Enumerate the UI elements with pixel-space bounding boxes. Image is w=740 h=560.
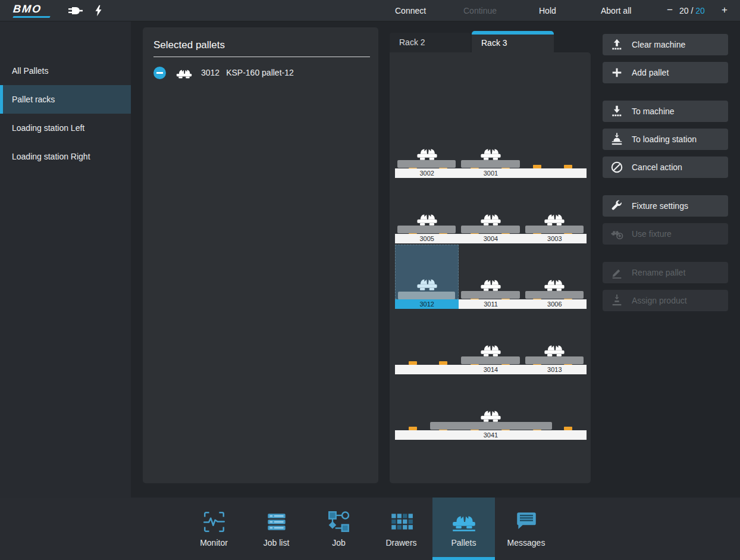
pallet-label: 3003 — [523, 234, 587, 243]
nav-job-list[interactable]: Job list — [245, 498, 308, 560]
rack-slot[interactable] — [395, 114, 459, 168]
continue-button: Continue — [463, 0, 497, 21]
to-loading-station-label: To loading station — [632, 134, 697, 144]
rack-slot[interactable] — [459, 179, 522, 234]
nav-drawers[interactable]: Drawers — [370, 498, 432, 560]
rack-slot[interactable] — [459, 114, 522, 168]
pallet-label: 3041 — [395, 430, 587, 440]
counter-display: 20 / 20 — [679, 0, 705, 21]
rack-slot-wide[interactable] — [395, 376, 587, 430]
pallet — [430, 422, 552, 430]
cancel-icon — [610, 160, 624, 174]
pallet-icon — [542, 342, 567, 356]
rack-slot[interactable] — [395, 310, 459, 365]
pallet — [398, 292, 455, 299]
rack-slot[interactable] — [395, 245, 459, 299]
nav-messages-label: Messages — [507, 538, 545, 548]
pallet-label: 3005 — [395, 234, 459, 243]
sidebar-item-loading-station-left[interactable]: Loading station Left — [0, 114, 131, 142]
selected-pallets-panel: Selected pallets 3012KSP-160 pallet-12 — [143, 27, 378, 483]
pallet — [525, 226, 584, 233]
to-machine-icon — [610, 104, 624, 118]
assign-product-label: Assign product — [632, 296, 687, 305]
pallet-name: KSP-160 pallet-12 — [226, 68, 294, 77]
tab-rack-3[interactable]: Rack 3 — [472, 31, 554, 52]
pallet-label — [523, 168, 587, 178]
sidebar-item-all-pallets[interactable]: All Pallets — [0, 57, 131, 85]
nav-monitor[interactable]: Monitor — [183, 498, 245, 560]
sidebar-item-loading-station-right[interactable]: Loading station Right — [0, 142, 131, 171]
pallet — [525, 356, 584, 364]
tab-rack-2[interactable]: Rack 2 — [390, 33, 471, 52]
rack-slot[interactable] — [523, 114, 587, 168]
fixture-settings-button[interactable]: Fixture settings — [603, 195, 728, 217]
rack-shelf-1: 30023001 — [395, 114, 587, 178]
shelf-board: 301230113006 — [395, 299, 587, 309]
clear-machine-label: Clear machine — [632, 40, 685, 49]
pencil-icon — [610, 265, 624, 280]
fixture-settings-label: Fixture settings — [632, 201, 688, 211]
pallet-icon — [415, 146, 440, 160]
nav-job-list-label: Job list — [264, 538, 290, 548]
nav-monitor-label: Monitor — [200, 538, 228, 548]
increase-button[interactable]: + — [718, 0, 731, 21]
nav-pallets-label: Pallets — [451, 538, 476, 548]
nav-messages[interactable]: Messages — [495, 498, 557, 560]
abort-all-button[interactable]: Abort all — [601, 0, 631, 21]
remove-pallet-button[interactable] — [153, 67, 166, 79]
pallet-label: 3013 — [523, 365, 587, 374]
pallet-label — [395, 365, 459, 374]
add-pallet-button[interactable]: Add pallet — [603, 62, 728, 83]
logo-text: BMO — [12, 3, 55, 15]
rack-slot[interactable] — [523, 179, 587, 234]
rack-shelf-4: 30143013 — [395, 310, 587, 374]
assign-product-button: Assign product — [603, 290, 728, 311]
pallet-icon — [415, 211, 440, 226]
pallet-icon — [415, 276, 440, 290]
pallet — [461, 291, 519, 299]
pallet-id: 3012 — [201, 68, 220, 77]
nav-job-label: Job — [332, 538, 346, 548]
wrench-icon — [610, 199, 624, 213]
clear-machine-icon — [610, 37, 624, 52]
to-machine-button[interactable]: To machine — [603, 101, 728, 122]
pallet-icon — [478, 211, 503, 226]
monitor-icon — [202, 508, 227, 536]
sidebar: All Pallets Pallet racks Loading station… — [0, 21, 131, 498]
pallet-icon — [478, 342, 503, 356]
actions-panel: Clear machine Add pallet To machine To l… — [603, 34, 728, 318]
assign-product-icon — [610, 293, 624, 308]
rack-slot[interactable] — [459, 310, 522, 365]
rack-shelf-2: 300530043003 — [395, 179, 587, 243]
bottom-nav: Monitor Job list Job Drawers Pallets — [183, 498, 557, 560]
rename-pallet-button: Rename pallet — [603, 262, 728, 283]
to-loading-station-button[interactable]: To loading station — [603, 129, 728, 150]
pallet-label: 3011 — [459, 299, 522, 309]
use-fixture-button: Use fixture — [603, 223, 728, 245]
use-fixture-label: Use fixture — [632, 229, 672, 239]
hold-button[interactable]: Hold — [539, 0, 556, 21]
shelf-board: 30023001 — [395, 168, 587, 178]
cancel-action-button[interactable]: Cancel action — [603, 157, 728, 178]
pallet-label: 3002 — [395, 168, 459, 178]
connect-button[interactable]: Connect — [395, 0, 426, 21]
top-bar: BMO Connect Continue Hold Abort all − 20… — [0, 0, 740, 21]
sidebar-item-pallet-racks[interactable]: Pallet racks — [0, 85, 131, 114]
rack-shelf-3: 301230113006 — [395, 245, 587, 309]
nav-job[interactable]: Job — [308, 498, 370, 560]
rack-slot[interactable] — [459, 245, 522, 299]
pallet-icon — [478, 146, 503, 160]
rack-slot[interactable] — [395, 179, 459, 234]
pallet — [397, 226, 456, 233]
clear-machine-button[interactable]: Clear machine — [603, 34, 728, 55]
decrease-button[interactable]: − — [663, 0, 676, 21]
power-status-bolt-icon — [94, 5, 103, 17]
pallet — [461, 356, 519, 364]
selected-pallet-item: 3012KSP-160 pallet-12 — [143, 63, 378, 82]
connection-plug-icon — [68, 5, 83, 17]
nav-pallets[interactable]: Pallets — [432, 498, 495, 560]
rack-shelves: 30023001 300530043003 301230113006 — [395, 52, 587, 483]
pallet-label: 3001 — [459, 168, 522, 178]
rack-slot[interactable] — [523, 310, 587, 365]
rack-slot[interactable] — [523, 245, 587, 299]
